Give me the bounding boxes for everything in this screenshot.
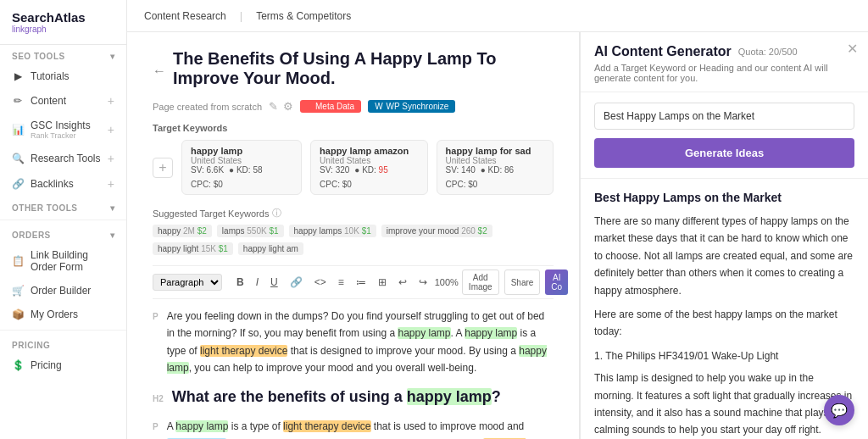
h2-marker: H2 (153, 392, 164, 406)
add-image-button[interactable]: Add Image (462, 270, 499, 295)
app-name: SearchAtlas (12, 10, 114, 25)
ai-input-section: Generate Ideas (581, 92, 868, 179)
ai-results: Best Happy Lamps on the Market There are… (581, 179, 868, 439)
target-keywords-label: Target Keywords (153, 123, 554, 133)
back-button[interactable]: ← (153, 64, 166, 79)
highlight-happy-lamp: happy lamp (398, 327, 450, 339)
dollar-icon: 💲 (12, 359, 24, 371)
wp-synchronize-badge[interactable]: W WP Synchronize (368, 100, 455, 113)
ai-result-para-2: This lamp is designed to help you wake u… (594, 370, 854, 439)
undo-button[interactable]: ↩ (394, 274, 411, 291)
para-text-2[interactable]: A happy lamp is a type of light therapy … (167, 418, 554, 439)
keyword-card-happy-lamp-sad: happy lamp for sad United States SV: 140… (437, 140, 554, 195)
divider (0, 330, 126, 331)
editor-body: P Are you feeling down in the dumps? Do … (153, 308, 554, 439)
content-area: ← The Benefits Of Using A Happy Lamp To … (127, 32, 868, 439)
share-button[interactable]: Share (504, 270, 541, 295)
bold-button[interactable]: B (232, 274, 248, 291)
plus-icon: + (108, 123, 114, 136)
para-marker: P (153, 308, 159, 377)
info-icon: ⓘ (272, 207, 281, 220)
sidebar-item-content[interactable]: ✏ Content + (0, 88, 126, 114)
h2-block: H2 What are the benefits of using a happ… (153, 384, 554, 410)
link-button[interactable]: 🔗 (286, 274, 307, 291)
pencil-icon[interactable]: ✎ (269, 100, 278, 113)
play-icon: ▶ (12, 70, 24, 82)
ai-result-para-0: There are so many different types of hap… (594, 213, 854, 299)
paragraph-block: P Are you feeling down in the dumps? Do … (153, 308, 554, 377)
sidebar-item-link-building[interactable]: 📋 Link Building Order Form (0, 243, 126, 279)
suggested-tag-happy[interactable]: happy 2M $2 (153, 225, 212, 237)
suggested-label: Suggested Target Keywords ⓘ (153, 207, 554, 220)
keyword-card-happy-lamp-amazon: happy lamp amazon United States SV: 320 … (310, 140, 427, 195)
page-source: Page created from scratch (153, 102, 262, 112)
editor-toolbar: Paragraph Heading 1 Heading 2 B I U 🔗 <>… (153, 265, 554, 299)
close-button[interactable]: ✕ (847, 41, 858, 57)
meta-data-badge[interactable]: Meta Data (300, 100, 361, 113)
other-tools-header: OTHER TOOLS ▾ (0, 197, 126, 216)
edit-icons: ✎ ⚙ (269, 100, 293, 113)
sidebar-item-gsc-insights[interactable]: 📊 GSC Insights Rank Tracker + (0, 114, 126, 146)
code-button[interactable]: <> (310, 274, 331, 291)
ai-keyword-input[interactable] (594, 103, 854, 130)
suggested-tag-improve-mood[interactable]: improve your mood 260 $2 (381, 225, 492, 237)
clipboard-icon: 📋 (12, 255, 24, 267)
top-navigation: Content Research | Terms & Competitors (127, 0, 868, 32)
chevron-icon: ▾ (110, 203, 115, 213)
add-keyword-button[interactable]: + (153, 158, 173, 178)
chevron-icon: ▾ (110, 52, 115, 61)
sidebar-item-pricing[interactable]: 💲 Pricing (0, 353, 126, 377)
sidebar-item-my-orders[interactable]: 📦 My Orders (0, 303, 126, 326)
hl-1: happy lamp (175, 420, 228, 432)
settings-icon[interactable]: ⚙ (283, 100, 293, 113)
zoom-level: 100% (435, 277, 459, 287)
wp-icon: W (375, 102, 382, 111)
h2-text[interactable]: What are the benefits of using a happy l… (172, 384, 501, 410)
underline-button[interactable]: U (266, 274, 282, 291)
ai-button[interactable]: AI Co (545, 270, 568, 295)
suggested-tag-happy-lamps[interactable]: happy lamps 10K $1 (289, 225, 376, 237)
list-ul-button[interactable]: ≡ (334, 274, 348, 291)
list-ol-button[interactable]: ≔ (352, 274, 370, 291)
ai-result-title: Best Happy Lamps on the Market (594, 191, 854, 204)
document-title[interactable]: The Benefits Of Using A Happy Lamp To Im… (173, 49, 554, 88)
redo-button[interactable]: ↪ (415, 274, 431, 291)
sidebar-item-tutorials[interactable]: ▶ Tutorials (0, 64, 126, 88)
toolbar-right: Add Image Share AI Co (462, 270, 568, 295)
ai-panel-header: ✕ AI Content Generator Quota: 20/500 Add… (581, 32, 868, 92)
keyword-card-happy-lamp: happy lamp United States SV: 6.6K ● KD: … (181, 140, 302, 195)
suggested-tag-lamps[interactable]: lamps 550K $1 (217, 225, 284, 237)
sidebar: SearchAtlas linkgraph SEO TOOLS ▾ ▶ Tuto… (0, 0, 127, 439)
ai-panel-title: AI Content Generator Quota: 20/500 (594, 44, 854, 59)
edit-icon: ✏ (12, 95, 24, 107)
link-icon: 🔗 (12, 178, 24, 190)
pricing-header: Pricing (0, 334, 126, 353)
ai-result-item-1: 1. The Philips HF3419/01 Wake-Up Light (594, 347, 854, 364)
suggested-tag-happy-light-am[interactable]: happy light am (238, 242, 303, 255)
suggested-tag-happy-light[interactable]: happy light 15K $1 (153, 242, 233, 255)
page-meta-row: Page created from scratch ✎ ⚙ Meta Data … (153, 100, 554, 113)
highlight-happy-lamp-h2: happy lamp (407, 388, 492, 405)
format-select[interactable]: Paragraph Heading 1 Heading 2 (153, 274, 222, 291)
topnav-terms-competitors[interactable]: Terms & Competitors (256, 7, 351, 25)
sidebar-item-research-tools[interactable]: 🔍 Research Tools + (0, 146, 126, 171)
editor: ← The Benefits Of Using A Happy Lamp To … (127, 32, 580, 439)
topnav-content-research[interactable]: Content Research (144, 7, 226, 25)
generate-ideas-button[interactable]: Generate Ideas (594, 138, 854, 168)
para-text[interactable]: Are you feeling down in the dumps? Do yo… (167, 308, 554, 377)
sidebar-item-backlinks[interactable]: 🔗 Backlinks + (0, 171, 126, 197)
align-button[interactable]: ⊞ (374, 274, 391, 291)
italic-button[interactable]: I (252, 274, 263, 291)
main-area: Content Research | Terms & Competitors ←… (127, 0, 868, 439)
hl-2: light therapy device (283, 420, 370, 432)
ai-panel: ✕ AI Content Generator Quota: 20/500 Add… (580, 32, 868, 439)
divider (0, 220, 126, 220)
cart-icon: 🛒 (12, 285, 24, 297)
suggested-tags: happy 2M $2 lamps 550K $1 happy lamps 10… (153, 225, 554, 255)
chart-icon: 📊 (12, 124, 24, 136)
chat-bubble-button[interactable]: 💬 (824, 395, 854, 425)
sidebar-item-order-builder[interactable]: 🛒 Order Builder (0, 279, 126, 303)
nav-divider: | (240, 9, 242, 22)
plus-icon: + (108, 177, 114, 191)
app-sub: linkgraph (12, 25, 114, 34)
